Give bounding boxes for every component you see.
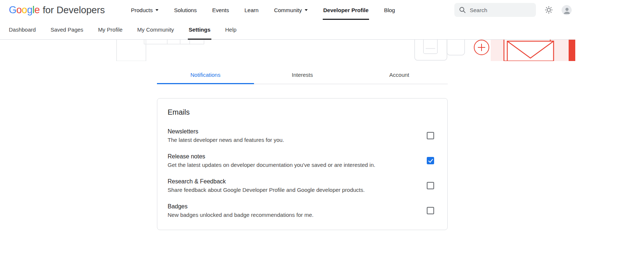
- subnav-item-my-profile[interactable]: My Profile: [91, 20, 130, 40]
- hero-banner: [0, 40, 575, 61]
- sun-icon: [544, 6, 553, 14]
- plus-icon: [473, 40, 490, 61]
- tab-label: Account: [389, 72, 409, 78]
- nav-label: Learn: [244, 7, 258, 13]
- tab-account[interactable]: Account: [351, 66, 448, 84]
- logo-letter: G: [9, 4, 17, 15]
- google-wordmark: Google: [9, 4, 40, 16]
- subnav-label: My Profile: [98, 26, 123, 33]
- top-header: Google for Developers Products Solutions…: [0, 0, 575, 20]
- email-item-description: New badges unlocked and badge recommenda…: [168, 211, 314, 219]
- email-item-research-feedback: Research & Feedback Share feedback about…: [168, 178, 434, 194]
- subnav-item-help[interactable]: Help: [218, 20, 244, 40]
- search-input[interactable]: [470, 7, 532, 13]
- logo-letter: e: [35, 4, 40, 15]
- subnav-item-settings[interactable]: Settings: [181, 20, 218, 40]
- subnav-label: Help: [225, 26, 237, 33]
- theme-toggle-button[interactable]: [543, 4, 555, 16]
- logo-letter: o: [22, 4, 27, 15]
- badges-checkbox[interactable]: [427, 207, 434, 214]
- nav-label: Developer Profile: [323, 7, 368, 13]
- email-item-title: Newsletters: [168, 128, 284, 136]
- subnav-label: Dashboard: [9, 26, 36, 33]
- email-item-title: Release notes: [168, 153, 375, 161]
- search-box[interactable]: [454, 3, 536, 17]
- nav-item-developer-profile[interactable]: Developer Profile: [315, 0, 376, 20]
- nav-label: Events: [212, 7, 229, 13]
- nav-item-blog[interactable]: Blog: [376, 0, 403, 20]
- subnav-item-saved-pages[interactable]: Saved Pages: [43, 20, 90, 40]
- nav-label: Community: [274, 7, 302, 13]
- emails-card: Emails Newsletters The latest developer …: [157, 98, 448, 230]
- nav-item-learn[interactable]: Learn: [237, 0, 266, 20]
- avatar[interactable]: [562, 5, 572, 15]
- email-item-newsletters: Newsletters The latest developer news an…: [168, 128, 434, 144]
- release-notes-checkbox[interactable]: [427, 157, 434, 164]
- settings-content: Notifications Interests Account Emails N…: [157, 66, 448, 230]
- card-title: Emails: [168, 108, 434, 117]
- header-right: [454, 3, 572, 17]
- logo-letter: o: [17, 4, 22, 15]
- email-item-title: Research & Feedback: [168, 178, 365, 186]
- email-text: Release notes Get the latest updates on …: [168, 153, 375, 169]
- nav-item-products[interactable]: Products: [123, 0, 166, 20]
- tab-label: Notifications: [190, 72, 221, 78]
- nav-label: Blog: [384, 7, 395, 13]
- logo-suffix: for Developers: [43, 4, 105, 16]
- nav-item-solutions[interactable]: Solutions: [166, 0, 204, 20]
- tab-label: Interests: [292, 72, 313, 78]
- page: Google for Developers Products Solutions…: [0, 0, 575, 265]
- email-item-release-notes: Release notes Get the latest updates on …: [168, 153, 434, 169]
- subnav-label: Settings: [189, 26, 210, 33]
- subnav-item-my-community[interactable]: My Community: [130, 20, 181, 40]
- nav-item-community[interactable]: Community: [266, 0, 315, 20]
- subnav-label: My Community: [137, 26, 174, 33]
- blocks-illustration: [103, 40, 210, 61]
- email-text: Research & Feedback Share feedback about…: [168, 178, 365, 194]
- nav-label: Solutions: [174, 7, 197, 13]
- subnav-label: Saved Pages: [50, 26, 83, 33]
- google-for-developers-logo[interactable]: Google for Developers: [9, 4, 105, 16]
- email-item-title: Badges: [168, 203, 314, 211]
- red-stripe: [569, 40, 575, 61]
- subnav-item-dashboard[interactable]: Dashboard: [9, 20, 43, 40]
- tab-interests[interactable]: Interests: [254, 66, 351, 84]
- email-item-description: Share feedback about Google Developer Pr…: [168, 186, 365, 194]
- settings-tabs: Notifications Interests Account: [157, 66, 448, 84]
- nav-item-events[interactable]: Events: [204, 0, 237, 20]
- email-text: Newsletters The latest developer news an…: [168, 128, 284, 144]
- tab-notifications[interactable]: Notifications: [157, 66, 254, 84]
- card-illustration: [404, 40, 474, 61]
- email-text: Badges New badges unlocked and badge rec…: [168, 203, 314, 219]
- logo-letter: g: [27, 4, 33, 15]
- search-icon: [459, 6, 466, 14]
- research-feedback-checkbox[interactable]: [427, 182, 434, 189]
- email-item-description: The latest developer news and features f…: [168, 136, 284, 144]
- chevron-down-icon: [305, 9, 308, 11]
- envelope-illustration: [491, 40, 569, 61]
- pink-panel: [491, 40, 569, 61]
- profile-subnav: Dashboard Saved Pages My Profile My Comm…: [0, 20, 575, 40]
- email-item-description: Get the latest updates on developer docu…: [168, 161, 375, 169]
- email-item-badges: Badges New badges unlocked and badge rec…: [168, 203, 434, 219]
- chevron-down-icon: [155, 9, 158, 11]
- newsletters-checkbox[interactable]: [427, 132, 434, 139]
- top-nav: Products Solutions Events Learn Communit…: [123, 0, 402, 20]
- nav-label: Products: [131, 7, 153, 13]
